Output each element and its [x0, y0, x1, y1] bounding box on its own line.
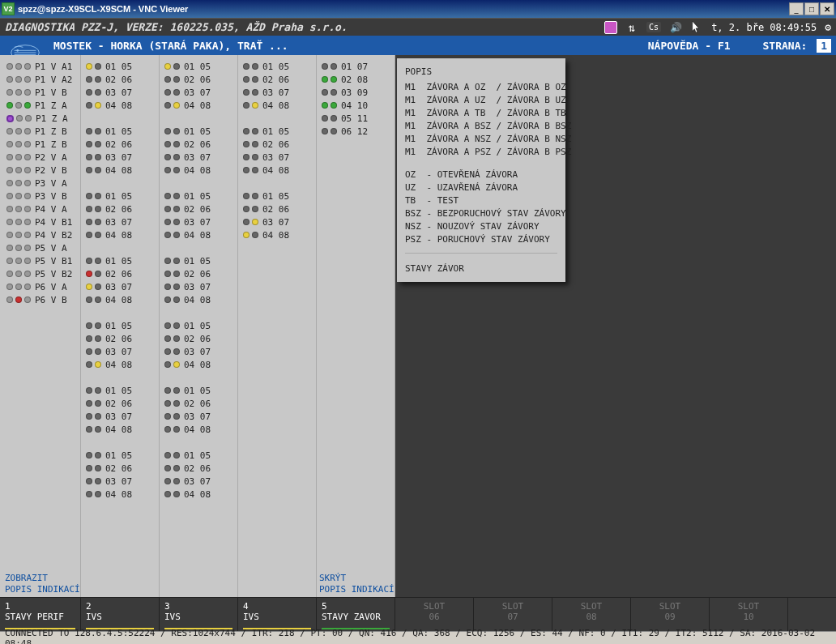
indicator-label: P1 Z A — [35, 100, 67, 111]
indicator-label: 03 07 — [184, 152, 211, 163]
link-zobrazit[interactable]: ZOBRAZIT — [5, 573, 80, 584]
indicator-label: 03 07 — [105, 282, 132, 292]
route-title: MOSTEK - HORKA (STARÁ PAKA), TRAŤ ... — [5, 40, 648, 52]
indicator-row: 03 07 — [243, 86, 313, 99]
indicator-row: 01 05 — [164, 125, 234, 138]
link-popis-right[interactable]: POPIS INDIKACÍ — [319, 584, 395, 595]
slot-4[interactable]: 4IVS — [238, 598, 317, 631]
status-dot — [164, 89, 171, 96]
status-dot — [86, 478, 92, 484]
indicator-label: P1 V B — [35, 87, 67, 98]
indicator-label: 04 10 — [341, 100, 368, 111]
slot-5[interactable]: 5STAVY ZAVOR — [317, 598, 395, 631]
panel-3: 01 0502 0603 0704 0801 0502 0603 0704 08… — [238, 55, 317, 597]
indicator-label: 01 05 — [262, 62, 289, 72]
panel-0: P1 V A1P1 V A2P1 V BP1 Z AP1 Z AP1 Z BP1… — [0, 55, 81, 597]
status-dot — [243, 206, 250, 212]
minimize-button[interactable]: _ — [789, 2, 804, 15]
sound-icon[interactable] — [669, 21, 682, 34]
status-dot — [95, 102, 101, 109]
indicator-row: 03 07 — [164, 86, 234, 99]
indicator-row: 03 07 — [243, 215, 313, 228]
slot-3[interactable]: 3IVS — [160, 598, 238, 631]
status-dot — [331, 115, 337, 122]
status-dot — [86, 258, 92, 264]
slot-1[interactable]: 1STAVY PERIF — [0, 598, 81, 631]
status-dot — [164, 296, 171, 303]
indicator-label: 02 06 — [184, 139, 211, 150]
link-skryt[interactable]: SKRÝT — [319, 573, 395, 584]
status-dot — [95, 232, 101, 238]
indicator-row: P4 V B2 — [6, 228, 77, 241]
indicator-label: 04 08 — [184, 360, 211, 370]
status-dot — [173, 335, 180, 342]
status-dot — [173, 89, 180, 96]
indicator-row: 03 07 — [86, 345, 156, 358]
status-dot — [164, 232, 171, 238]
indicator-label: 02 06 — [105, 269, 132, 279]
status-dot — [6, 63, 13, 70]
status-dot — [15, 180, 22, 186]
status-dot — [86, 271, 92, 277]
link-popis-left[interactable]: POPIS INDIKACÍ — [5, 584, 80, 595]
status-dot — [173, 154, 180, 160]
maximize-button[interactable]: □ — [804, 2, 819, 15]
status-dot — [6, 258, 13, 264]
close-button[interactable]: ✕ — [820, 2, 834, 15]
indicator-row: P6 V B — [6, 293, 77, 306]
indicator-label: P1 Z A — [36, 113, 68, 124]
indicator-row: 02 06 — [86, 203, 156, 215]
indicator-row: 01 05 — [164, 319, 234, 332]
status-dot — [15, 245, 22, 251]
indicator-label: 04 08 — [105, 424, 132, 435]
indicator-row: P4 V B1 — [6, 215, 77, 228]
indicator-row: 04 08 — [164, 164, 234, 177]
status-dot — [252, 128, 258, 134]
status-dot — [164, 284, 171, 290]
status-dot — [243, 63, 250, 70]
network-transfer-icon[interactable] — [625, 21, 638, 34]
indicator-row: 02 06 — [86, 462, 156, 475]
status-dot — [164, 426, 171, 433]
legend-line: M1 ZÁVORA A BSZ / ZÁVORA B BSZ — [405, 121, 557, 131]
monitor-icon[interactable] — [604, 21, 617, 34]
slot-2[interactable]: 2IVS — [81, 598, 160, 631]
legend-desc-line: OZ - OTEVŘENÁ ZÁVORA — [405, 169, 557, 180]
status-dot — [164, 271, 171, 277]
indicator-label: 06 12 — [341, 126, 368, 137]
status-dot — [15, 76, 22, 83]
status-dot — [86, 76, 92, 83]
status-dot — [252, 76, 258, 83]
language-indicator[interactable]: Cs — [646, 22, 661, 32]
cursor-icon — [690, 21, 703, 34]
indicator-row: 04 08 — [86, 423, 156, 436]
status-dot — [86, 206, 92, 212]
status-dot — [95, 141, 101, 147]
indicator-label: 01 05 — [184, 386, 211, 396]
legend-title: POPIS — [405, 66, 557, 77]
indicator-row: 01 05 — [86, 190, 156, 203]
status-dot — [15, 63, 22, 70]
status-dot — [164, 206, 171, 212]
status-dot — [95, 322, 101, 329]
indicator-row: P1 V A1 — [6, 60, 77, 73]
indicator-row: 01 05 — [243, 125, 313, 138]
page-number[interactable]: 1 — [817, 39, 831, 53]
status-dot — [15, 128, 22, 134]
legend-line: M1 ZÁVORA A TB / ZÁVORA B TB — [405, 108, 557, 118]
status-dot — [164, 154, 171, 160]
settings-icon[interactable]: ⚙ — [825, 21, 831, 33]
status-dot — [252, 167, 258, 173]
indicator-row: 03 09 — [322, 86, 391, 99]
indicator-label: P4 V A — [35, 204, 67, 215]
indicator-row: P2 V B — [6, 164, 77, 177]
indicator-row: 02 06 — [164, 267, 234, 280]
status-dot — [252, 63, 258, 70]
status-dot — [173, 478, 180, 484]
status-dot — [173, 76, 180, 83]
bottom-links-left[interactable]: ZOBRAZIT POPIS INDIKACÍ — [5, 573, 80, 595]
vnc-titlebar: V2 spzz@spzz-X9SCL-X9SCM - VNC Viewer _ … — [0, 0, 836, 18]
status-dot — [15, 193, 22, 199]
indicator-label: 01 05 — [105, 126, 132, 137]
bottom-links-right[interactable]: SKRÝT POPIS INDIKACÍ — [319, 573, 395, 595]
